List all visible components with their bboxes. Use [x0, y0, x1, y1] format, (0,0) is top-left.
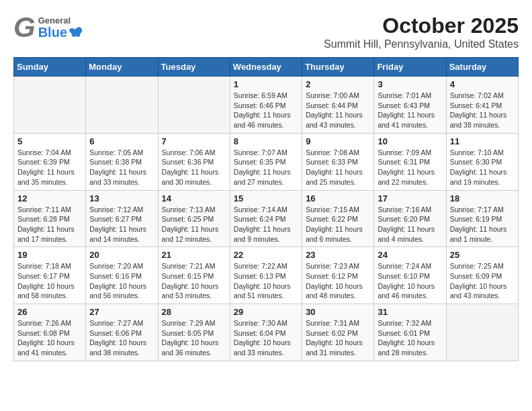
- calendar-cell-w3-d5: 17Sunrise: 7:16 AMSunset: 6:20 PMDayligh…: [374, 190, 446, 247]
- day-number: 24: [378, 250, 442, 260]
- day-number: 30: [306, 307, 370, 317]
- day-number: 2: [306, 79, 370, 89]
- calendar-cell-w5-d6: [446, 304, 518, 361]
- calendar-cell-w4-d6: 25Sunrise: 7:25 AMSunset: 6:09 PMDayligh…: [446, 247, 518, 304]
- week-row-5: 26Sunrise: 7:26 AMSunset: 6:08 PMDayligh…: [14, 304, 519, 361]
- calendar-cell-w4-d0: 19Sunrise: 7:18 AMSunset: 6:17 PMDayligh…: [14, 247, 86, 304]
- header-saturday: Saturday: [446, 58, 518, 77]
- calendar-body: 1Sunrise: 6:59 AMSunset: 6:46 PMDaylight…: [14, 77, 519, 361]
- day-info: Sunrise: 7:08 AMSunset: 6:33 PMDaylight:…: [306, 148, 370, 187]
- day-info: Sunrise: 7:32 AMSunset: 6:01 PMDaylight:…: [378, 318, 442, 358]
- calendar-cell-w5-d2: 28Sunrise: 7:29 AMSunset: 6:05 PMDayligh…: [158, 304, 230, 361]
- header-friday: Friday: [374, 58, 446, 77]
- logo-g-letter: G: [13, 13, 36, 42]
- day-number: 29: [234, 307, 298, 317]
- calendar-cell-w5-d0: 26Sunrise: 7:26 AMSunset: 6:08 PMDayligh…: [14, 304, 86, 361]
- day-number: 4: [450, 79, 515, 89]
- calendar-cell-w5-d5: 31Sunrise: 7:32 AMSunset: 6:01 PMDayligh…: [374, 304, 446, 361]
- day-info: Sunrise: 7:21 AMSunset: 6:15 PMDaylight:…: [162, 261, 226, 301]
- calendar-cell-w3-d3: 15Sunrise: 7:14 AMSunset: 6:24 PMDayligh…: [230, 190, 302, 247]
- day-number: 14: [162, 193, 226, 203]
- day-info: Sunrise: 7:30 AMSunset: 6:04 PMDaylight:…: [234, 318, 298, 358]
- calendar-cell-w1-d0: [14, 77, 86, 134]
- day-info: Sunrise: 7:07 AMSunset: 6:35 PMDaylight:…: [234, 148, 298, 187]
- header-monday: Monday: [86, 58, 158, 77]
- calendar-cell-w3-d0: 12Sunrise: 7:11 AMSunset: 6:28 PMDayligh…: [14, 190, 86, 247]
- day-number: 11: [450, 136, 515, 146]
- calendar-cell-w1-d2: [158, 77, 230, 134]
- calendar-cell-w2-d4: 9Sunrise: 7:08 AMSunset: 6:33 PMDaylight…: [302, 133, 374, 190]
- day-number: 22: [234, 250, 298, 260]
- day-info: Sunrise: 7:11 AMSunset: 6:28 PMDaylight:…: [17, 205, 82, 244]
- week-row-3: 12Sunrise: 7:11 AMSunset: 6:28 PMDayligh…: [14, 190, 519, 247]
- calendar-cell-w5-d4: 30Sunrise: 7:31 AMSunset: 6:02 PMDayligh…: [302, 304, 374, 361]
- day-number: 7: [162, 136, 226, 146]
- day-info: Sunrise: 7:22 AMSunset: 6:13 PMDaylight:…: [234, 261, 298, 301]
- day-info: Sunrise: 7:02 AMSunset: 6:41 PMDaylight:…: [450, 91, 515, 130]
- day-info: Sunrise: 7:29 AMSunset: 6:05 PMDaylight:…: [162, 318, 226, 358]
- calendar-cell-w2-d0: 5Sunrise: 7:04 AMSunset: 6:39 PMDaylight…: [14, 133, 86, 190]
- day-number: 27: [89, 307, 154, 317]
- calendar-cell-w1-d3: 1Sunrise: 6:59 AMSunset: 6:46 PMDaylight…: [230, 77, 302, 134]
- day-number: 23: [306, 250, 370, 260]
- page-title: October 2025: [324, 13, 519, 38]
- calendar-cell-w3-d6: 18Sunrise: 7:17 AMSunset: 6:19 PMDayligh…: [446, 190, 518, 247]
- calendar-cell-w5-d3: 29Sunrise: 7:30 AMSunset: 6:04 PMDayligh…: [230, 304, 302, 361]
- calendar-cell-w2-d5: 10Sunrise: 7:09 AMSunset: 6:31 PMDayligh…: [374, 133, 446, 190]
- day-number: 19: [17, 250, 82, 260]
- calendar-cell-w1-d1: [86, 77, 158, 134]
- day-number: 31: [378, 307, 442, 317]
- day-info: Sunrise: 7:04 AMSunset: 6:39 PMDaylight:…: [17, 148, 82, 187]
- day-number: 6: [89, 136, 154, 146]
- day-info: Sunrise: 7:06 AMSunset: 6:36 PMDaylight:…: [162, 148, 226, 187]
- day-number: 20: [89, 250, 154, 260]
- calendar-cell-w5-d1: 27Sunrise: 7:27 AMSunset: 6:06 PMDayligh…: [86, 304, 158, 361]
- day-info: Sunrise: 7:20 AMSunset: 6:16 PMDaylight:…: [89, 261, 154, 301]
- days-of-week-row: Sunday Monday Tuesday Wednesday Thursday…: [14, 58, 519, 77]
- day-info: Sunrise: 7:05 AMSunset: 6:38 PMDaylight:…: [89, 148, 154, 187]
- day-info: Sunrise: 7:13 AMSunset: 6:25 PMDaylight:…: [162, 205, 226, 244]
- logo-text-area: General Blue: [38, 16, 83, 39]
- day-info: Sunrise: 7:18 AMSunset: 6:17 PMDaylight:…: [17, 261, 82, 301]
- calendar-header: Sunday Monday Tuesday Wednesday Thursday…: [14, 58, 519, 77]
- day-info: Sunrise: 7:12 AMSunset: 6:27 PMDaylight:…: [89, 205, 154, 244]
- logo-general-text: General: [38, 16, 71, 26]
- logo-blue-text: Blue: [38, 26, 67, 39]
- day-info: Sunrise: 7:23 AMSunset: 6:12 PMDaylight:…: [306, 261, 370, 301]
- calendar-cell-w1-d6: 4Sunrise: 7:02 AMSunset: 6:41 PMDaylight…: [446, 77, 518, 134]
- page-subtitle: Summit Hill, Pennsylvania, United States: [324, 38, 519, 50]
- day-info: Sunrise: 7:14 AMSunset: 6:24 PMDaylight:…: [234, 205, 298, 244]
- calendar-cell-w4-d4: 23Sunrise: 7:23 AMSunset: 6:12 PMDayligh…: [302, 247, 374, 304]
- title-area: October 2025 Summit Hill, Pennsylvania, …: [324, 13, 519, 50]
- day-number: 10: [378, 136, 442, 146]
- day-number: 21: [162, 250, 226, 260]
- day-number: 12: [17, 193, 82, 203]
- header-tuesday: Tuesday: [158, 58, 230, 77]
- calendar-table: Sunday Monday Tuesday Wednesday Thursday…: [13, 57, 519, 361]
- day-info: Sunrise: 7:10 AMSunset: 6:30 PMDaylight:…: [450, 148, 515, 187]
- day-number: 28: [162, 307, 226, 317]
- day-number: 17: [378, 193, 442, 203]
- calendar-cell-w3-d4: 16Sunrise: 7:15 AMSunset: 6:22 PMDayligh…: [302, 190, 374, 247]
- calendar-cell-w3-d2: 14Sunrise: 7:13 AMSunset: 6:25 PMDayligh…: [158, 190, 230, 247]
- day-info: Sunrise: 7:16 AMSunset: 6:20 PMDaylight:…: [378, 205, 442, 244]
- calendar-cell-w3-d1: 13Sunrise: 7:12 AMSunset: 6:27 PMDayligh…: [86, 190, 158, 247]
- day-info: Sunrise: 7:31 AMSunset: 6:02 PMDaylight:…: [306, 318, 370, 358]
- day-number: 15: [234, 193, 298, 203]
- calendar-cell-w1-d4: 2Sunrise: 7:00 AMSunset: 6:44 PMDaylight…: [302, 77, 374, 134]
- calendar-cell-w4-d2: 21Sunrise: 7:21 AMSunset: 6:15 PMDayligh…: [158, 247, 230, 304]
- day-info: Sunrise: 7:09 AMSunset: 6:31 PMDaylight:…: [378, 148, 442, 187]
- day-info: Sunrise: 7:17 AMSunset: 6:19 PMDaylight:…: [450, 205, 515, 244]
- day-number: 25: [450, 250, 515, 260]
- calendar-cell-w4-d3: 22Sunrise: 7:22 AMSunset: 6:13 PMDayligh…: [230, 247, 302, 304]
- day-number: 1: [234, 79, 298, 89]
- calendar-cell-w2-d2: 7Sunrise: 7:06 AMSunset: 6:36 PMDaylight…: [158, 133, 230, 190]
- logo-bird-icon: [69, 26, 83, 38]
- day-info: Sunrise: 7:01 AMSunset: 6:43 PMDaylight:…: [378, 91, 442, 130]
- day-number: 18: [450, 193, 515, 203]
- calendar-cell-w2-d3: 8Sunrise: 7:07 AMSunset: 6:35 PMDaylight…: [230, 133, 302, 190]
- day-number: 5: [17, 136, 82, 146]
- day-info: Sunrise: 7:15 AMSunset: 6:22 PMDaylight:…: [306, 205, 370, 244]
- day-number: 8: [234, 136, 298, 146]
- week-row-4: 19Sunrise: 7:18 AMSunset: 6:17 PMDayligh…: [14, 247, 519, 304]
